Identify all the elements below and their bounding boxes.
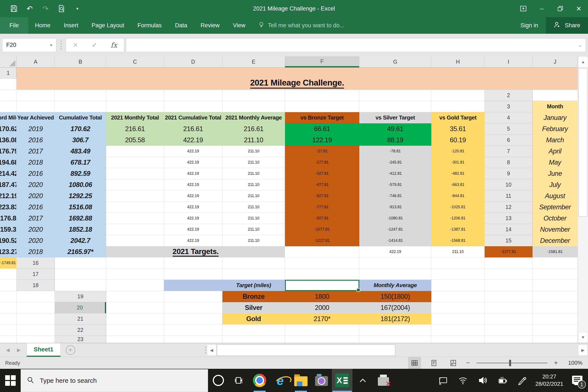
cell-J9[interactable]: -663.81	[431, 179, 485, 190]
zoom-out-icon[interactable]: −	[466, 359, 470, 367]
cell-F7[interactable]: 422.19	[164, 157, 222, 168]
cell-B10[interactable]: 212.19	[0, 190, 16, 202]
row-header-2[interactable]: 2	[485, 90, 532, 101]
cell-B18[interactable]	[106, 280, 164, 291]
cell-I13[interactable]: -1247.81	[359, 224, 431, 235]
cell-F18[interactable]	[431, 280, 485, 291]
cell-A4[interactable]: January	[532, 112, 578, 123]
cell-A10[interactable]: July	[532, 179, 578, 190]
cell-J12[interactable]: -1206.81	[431, 213, 485, 224]
cell-F17[interactable]	[359, 269, 431, 280]
cell-G16[interactable]	[431, 258, 485, 269]
cell-G2[interactable]	[222, 101, 285, 112]
cell-H8[interactable]: -327.81	[285, 168, 359, 179]
cell-C19[interactable]: Bronze	[222, 291, 285, 302]
cell-D20[interactable]: 2000	[285, 302, 359, 313]
cell-E3[interactable]: 2021 Monthly Total	[106, 112, 164, 123]
zoom-level[interactable]: 100%	[564, 360, 582, 366]
cell-C13[interactable]: 2020	[16, 224, 55, 235]
formula-bar-splitter[interactable]	[56, 40, 66, 50]
cell-J21[interactable]	[16, 324, 55, 336]
row-header-11[interactable]: 11	[485, 190, 532, 202]
cell-C10[interactable]: 2020	[16, 190, 55, 202]
cell-I7[interactable]: -245.81	[359, 157, 431, 168]
cell-G14[interactable]: 211.10	[222, 235, 285, 246]
cell-C6[interactable]: 2017	[16, 146, 55, 157]
cell-I11[interactable]: -913.81	[359, 202, 431, 213]
row-header-16[interactable]: 16	[16, 258, 55, 269]
page-break-view-icon[interactable]	[447, 357, 460, 369]
cell-H13[interactable]: -1077.81	[285, 224, 359, 235]
page-layout-view-icon[interactable]	[428, 357, 440, 369]
cell-F8[interactable]: 422.19	[164, 168, 222, 179]
cell-H12[interactable]: -927.81	[285, 213, 359, 224]
cell-F22[interactable]	[431, 324, 485, 336]
cell-D10[interactable]: 1292.25	[55, 190, 106, 202]
cell-C15[interactable]: 2018	[16, 246, 55, 258]
windows-ink-button[interactable]	[512, 369, 532, 392]
cell-J5[interactable]: 60.19	[431, 134, 485, 146]
cell-D1[interactable]	[55, 90, 106, 101]
cell-B21[interactable]	[164, 313, 222, 324]
row-header-12[interactable]: 12	[485, 202, 532, 213]
vertical-scrollbar[interactable]: ▲ ▼	[578, 56, 588, 343]
row-header-19[interactable]: 19	[55, 291, 106, 302]
cell-F9[interactable]: 422.19	[164, 179, 222, 190]
cell-A5[interactable]: February	[532, 123, 578, 134]
cell-G19[interactable]	[485, 291, 532, 302]
cell-G20[interactable]	[485, 302, 532, 313]
cell-C12[interactable]: 2017	[16, 213, 55, 224]
cell-C3[interactable]: Year Achieved	[16, 112, 55, 123]
scroll-down-icon[interactable]: ▼	[578, 332, 588, 343]
cell-E11[interactable]	[106, 202, 164, 213]
cell-G7[interactable]: 211.10	[222, 157, 285, 168]
cell-J16[interactable]	[0, 269, 16, 280]
cell-F13[interactable]: 422.19	[164, 224, 222, 235]
action-center-button[interactable]: 1	[566, 369, 588, 392]
cell-B17[interactable]	[106, 269, 164, 280]
next-sheet-icon[interactable]: ▶	[17, 347, 21, 353]
cell-D13[interactable]: 1852.18	[55, 224, 106, 235]
cell-J6[interactable]: -120.81	[431, 146, 485, 157]
cell-I14[interactable]: -1414.81	[359, 235, 431, 246]
zoom-in-icon[interactable]: +	[554, 359, 558, 367]
cell-I2[interactable]	[359, 101, 431, 112]
ribbon-tab-review[interactable]: Review	[194, 17, 226, 34]
cell-D7[interactable]: 678.17	[55, 157, 106, 168]
customize-qat-icon[interactable]: ▾	[73, 4, 82, 13]
cell-F11[interactable]: 422.19	[164, 202, 222, 213]
cell-I16[interactable]	[532, 258, 578, 269]
cell-I18[interactable]	[0, 291, 16, 302]
cell-I8[interactable]: -412.81	[359, 168, 431, 179]
col-header-A[interactable]: A	[16, 56, 55, 68]
cell-C22[interactable]	[222, 324, 285, 336]
cell-D19[interactable]: 1800	[285, 291, 359, 302]
cell-G18[interactable]	[485, 280, 532, 291]
cell-G15[interactable]: 211.10	[431, 246, 485, 258]
cancel-icon[interactable]: ✕	[73, 41, 78, 49]
taskbar-clock[interactable]: 20:27 28/02/2021	[532, 369, 566, 392]
cell-E5[interactable]: 205.58	[106, 134, 164, 146]
cell-J1[interactable]	[431, 90, 485, 101]
start-button[interactable]	[0, 369, 21, 392]
cell-B1[interactable]	[0, 90, 16, 101]
cell-H20[interactable]	[532, 302, 578, 313]
cell-E8[interactable]	[106, 168, 164, 179]
active-cell-selection[interactable]	[285, 280, 359, 291]
cell-C20[interactable]: Silver	[222, 302, 285, 313]
cell-B5[interactable]: 136.08	[0, 134, 16, 146]
cell-A16[interactable]	[55, 258, 106, 269]
cell-H3[interactable]: vs Bronze Target	[285, 112, 359, 123]
cell-H11[interactable]: -777.81	[285, 202, 359, 213]
cell-H5[interactable]: 122.19	[285, 134, 359, 146]
cell-A20[interactable]	[106, 302, 164, 313]
cell-B11[interactable]: 223.83	[0, 202, 16, 213]
cell-E10[interactable]	[106, 190, 164, 202]
cell-A19[interactable]	[106, 291, 164, 302]
cell-D9[interactable]: 1080.06	[55, 179, 106, 190]
tell-me-box[interactable]: Tell me what you want to do...	[258, 17, 344, 34]
file-explorer-button[interactable]	[290, 369, 311, 392]
cell-F3[interactable]: 2021 Cumulative Total	[164, 112, 222, 123]
cell-J10[interactable]: -844.81	[431, 190, 485, 202]
cell-F14[interactable]: 422.19	[164, 235, 222, 246]
